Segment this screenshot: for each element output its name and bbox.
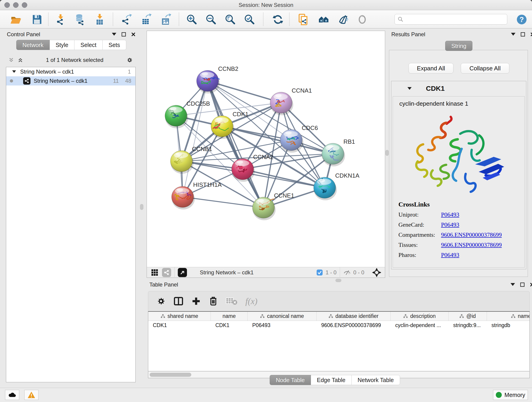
zoom-in-button[interactable] xyxy=(185,13,198,26)
column-header-3[interactable]: database identifier xyxy=(317,312,391,321)
float-panel-icon[interactable] xyxy=(121,32,126,37)
float-panel-icon[interactable] xyxy=(520,282,525,287)
node-table[interactable]: shared namenamecanonical namedatabase id… xyxy=(148,311,530,371)
network-edge[interactable] xyxy=(183,81,208,197)
table-cell[interactable]: CDK1 xyxy=(211,322,248,328)
section-expander-icon[interactable] xyxy=(407,87,412,90)
tab-node-table[interactable]: Node Table xyxy=(270,375,311,385)
zoom-selected-button[interactable] xyxy=(243,13,256,26)
tab-style[interactable]: Style xyxy=(50,40,75,50)
first-neighbors-button[interactable] xyxy=(317,13,330,26)
column-header-6[interactable]: namespace xyxy=(487,312,530,321)
hide-selected-button[interactable] xyxy=(336,13,350,26)
show-hidden-button[interactable] xyxy=(355,13,369,26)
fit-selection-crosshair-icon[interactable] xyxy=(372,268,381,277)
network-node-CDC6[interactable] xyxy=(280,129,303,153)
network-overview-icon[interactable] xyxy=(162,268,171,277)
network-canvas[interactable]: CCNB2CCNA1CDC25BCDK1CDC6RB1CCNB1CCNA2CDK… xyxy=(147,31,385,267)
delete-icon[interactable] xyxy=(209,296,218,306)
gear-icon[interactable] xyxy=(126,57,133,64)
columns-icon[interactable] xyxy=(173,296,184,306)
crosslink-link[interactable]: P06493 xyxy=(441,252,459,259)
network-edge[interactable] xyxy=(208,81,264,208)
column-header-2[interactable]: canonical name xyxy=(248,312,317,321)
function-builder-icon[interactable]: f(x) xyxy=(245,296,258,306)
clone-network-button[interactable] xyxy=(297,13,310,26)
network-node-RB1[interactable] xyxy=(322,143,345,166)
panel-menu-icon[interactable] xyxy=(511,33,515,36)
collection-expander-icon[interactable] xyxy=(12,70,16,73)
birds-eye-view-icon[interactable] xyxy=(150,268,159,277)
column-header-1[interactable]: name xyxy=(211,312,248,321)
expand-all-icon[interactable] xyxy=(17,57,23,63)
import-table-from-file-button[interactable] xyxy=(93,13,106,26)
expand-all-button[interactable]: Expand All xyxy=(409,63,453,74)
float-panel-icon[interactable] xyxy=(520,32,525,37)
tab-network-table[interactable]: Network Table xyxy=(351,375,400,385)
table-cell[interactable]: P06493 xyxy=(248,322,317,328)
collapse-all-icon[interactable] xyxy=(8,57,14,63)
collapse-all-button[interactable]: Collapse All xyxy=(461,63,509,74)
network-node-CDK1[interactable] xyxy=(211,116,234,139)
open-session-button[interactable] xyxy=(9,13,22,26)
network-selection-row: 1 of 1 Network selected xyxy=(6,55,136,65)
crosslink-link[interactable]: P06493 xyxy=(441,221,459,228)
network-edge[interactable] xyxy=(243,169,325,188)
import-network-from-database-button[interactable] xyxy=(73,13,87,26)
refresh-view-button[interactable] xyxy=(271,13,285,26)
zoom-out-button[interactable] xyxy=(204,13,218,26)
detach-view-icon[interactable] xyxy=(178,268,187,277)
network-node-CCNA2[interactable] xyxy=(232,159,255,182)
table-cell[interactable]: stringdb xyxy=(487,322,530,328)
network-node-HIST1H1A[interactable] xyxy=(172,186,195,210)
save-session-button[interactable] xyxy=(30,13,44,26)
hidden-eye-icon[interactable] xyxy=(343,269,351,275)
cdk1-section-header[interactable]: CDK1 xyxy=(391,81,526,96)
panel-menu-icon[interactable] xyxy=(112,33,116,36)
network-node-CDKN1A[interactable] xyxy=(314,177,337,200)
table-header-row: shared namenamecanonical namedatabase id… xyxy=(148,312,530,321)
tab-select[interactable]: Select xyxy=(74,40,102,50)
left-splitter-handle[interactable] xyxy=(140,204,143,210)
tab-edge-table[interactable]: Edge Table xyxy=(311,375,352,385)
network-node-CCNB2[interactable] xyxy=(196,70,220,94)
tab-network[interactable]: Network xyxy=(16,40,50,50)
crosslink-link[interactable]: 9606.ENSP00000378699 xyxy=(441,242,502,249)
close-panel-icon[interactable] xyxy=(530,282,532,287)
crosslink-link[interactable]: 9606.ENSP00000378699 xyxy=(441,231,502,238)
panel-menu-icon[interactable] xyxy=(510,283,515,286)
column-header-4[interactable]: description xyxy=(391,312,449,321)
table-cell[interactable]: stringdb:9... xyxy=(449,322,487,328)
tab-string[interactable]: String xyxy=(445,41,472,51)
scrollbar-thumb[interactable] xyxy=(150,373,191,377)
table-row[interactable]: CDK1CDK1P064939606.ENSP00000378699cyclin… xyxy=(148,321,530,330)
network-node-CCNA1[interactable] xyxy=(270,92,293,115)
memory-button[interactable]: Memory xyxy=(493,390,528,400)
warnings-button[interactable] xyxy=(24,390,38,400)
export-table-button[interactable] xyxy=(139,13,152,26)
help-button[interactable]: ? xyxy=(515,13,528,26)
table-cell[interactable]: 9606.ENSP00000378699 xyxy=(317,322,391,328)
network-collection-row[interactable]: String Network – cdk1 1 xyxy=(6,67,135,76)
export-network-button[interactable] xyxy=(120,13,133,26)
crosslink-link[interactable]: P06493 xyxy=(441,211,459,218)
cloud-button[interactable] xyxy=(5,390,19,400)
import-network-from-file-button[interactable] xyxy=(54,13,67,26)
search-input[interactable] xyxy=(405,16,501,22)
zoom-fit-button[interactable] xyxy=(224,13,237,26)
tab-sets[interactable]: Sets xyxy=(102,40,126,50)
close-panel-icon[interactable] xyxy=(530,32,532,37)
table-cell[interactable]: cyclin-dependent ... xyxy=(391,322,449,328)
close-panel-icon[interactable] xyxy=(131,32,136,37)
delete-table-icon[interactable] xyxy=(226,297,238,305)
table-cell[interactable]: CDK1 xyxy=(148,322,211,328)
search-field[interactable] xyxy=(394,14,507,25)
column-header-5[interactable]: @id xyxy=(449,312,487,321)
add-icon[interactable] xyxy=(191,296,201,306)
selected-checkbox-icon[interactable] xyxy=(317,269,323,276)
export-image-button[interactable] xyxy=(159,13,172,26)
gear-icon[interactable] xyxy=(156,296,166,306)
column-header-0[interactable]: shared name xyxy=(148,312,211,321)
network-node-CDC25B[interactable] xyxy=(165,105,188,128)
network-row-selected[interactable]: String Network – cdk1 11 48 xyxy=(6,76,135,85)
